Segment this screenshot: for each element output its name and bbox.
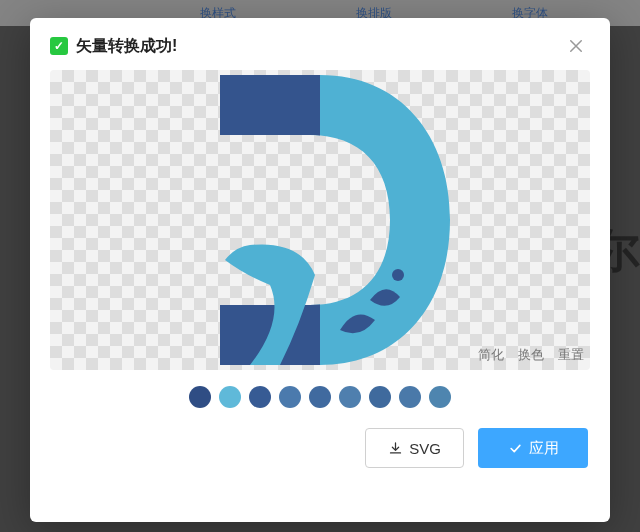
swatch-6[interactable]	[369, 386, 391, 408]
apply-button[interactable]: 应用	[478, 428, 588, 468]
swatch-2[interactable]	[249, 386, 271, 408]
download-svg-label: SVG	[409, 440, 441, 457]
preview-tools: 简化 换色 重置	[478, 346, 584, 364]
check-icon	[508, 441, 523, 456]
modal-header: ✓ 矢量转换成功!	[30, 18, 610, 70]
swatch-8[interactable]	[429, 386, 451, 408]
modal-title: ✓ 矢量转换成功!	[50, 36, 177, 57]
color-swatches	[30, 370, 610, 416]
preview-canvas: 简化 换色 重置	[50, 70, 590, 370]
svg-point-2	[392, 269, 404, 281]
swatch-0[interactable]	[189, 386, 211, 408]
download-svg-button[interactable]: SVG	[365, 428, 464, 468]
tool-reset[interactable]: 重置	[558, 346, 584, 364]
swatch-4[interactable]	[309, 386, 331, 408]
swatch-7[interactable]	[399, 386, 421, 408]
close-button[interactable]	[562, 32, 590, 60]
apply-label: 应用	[529, 439, 559, 458]
success-check-icon: ✓	[50, 37, 68, 55]
vector-logo	[190, 75, 450, 365]
download-icon	[388, 441, 403, 456]
close-icon	[567, 37, 585, 55]
swatch-1[interactable]	[219, 386, 241, 408]
modal-footer: SVG 应用	[30, 416, 610, 486]
tool-simplify[interactable]: 简化	[478, 346, 504, 364]
tool-recolor[interactable]: 换色	[518, 346, 544, 364]
swatch-3[interactable]	[279, 386, 301, 408]
modal-title-text: 矢量转换成功!	[76, 36, 177, 57]
vector-result-modal: ✓ 矢量转换成功! 简化 换色 重置	[30, 18, 610, 522]
swatch-5[interactable]	[339, 386, 361, 408]
